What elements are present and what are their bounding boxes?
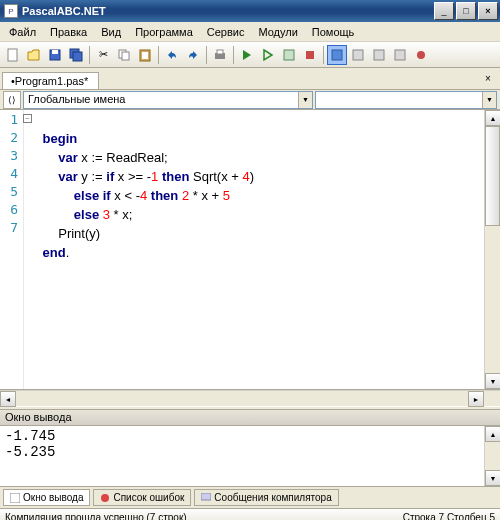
scroll-down-button[interactable]: ▼ xyxy=(485,470,500,486)
scroll-up-button[interactable]: ▲ xyxy=(485,110,500,126)
compile-button[interactable] xyxy=(279,45,299,65)
num-literal: 5 xyxy=(223,188,230,203)
minimize-button[interactable]: _ xyxy=(434,2,454,20)
kw-begin: begin xyxy=(43,131,78,146)
kw-end: end xyxy=(43,245,66,260)
svg-rect-18 xyxy=(10,493,20,503)
toolbar-separator xyxy=(158,46,159,64)
member-dropdown-icon[interactable]: ▼ xyxy=(482,92,496,108)
num-literal: 4 xyxy=(243,169,250,184)
vertical-scrollbar[interactable]: ▲ ▼ xyxy=(484,110,500,389)
scope-icon-button[interactable]: ⟨⟩ xyxy=(3,91,21,109)
step-over-button[interactable] xyxy=(348,45,368,65)
scope-label: Глобальные имена xyxy=(24,92,298,108)
new-file-button[interactable] xyxy=(3,45,23,65)
toolbar-separator xyxy=(89,46,90,64)
tab-messages[interactable]: Сообщения компилятора xyxy=(194,489,338,506)
tab-output[interactable]: Окно вывода xyxy=(3,489,90,506)
scroll-left-button[interactable]: ◄ xyxy=(0,391,16,407)
code-text: x >= - xyxy=(114,169,151,184)
document-tab-bar: •Program1.pas* × xyxy=(0,68,500,90)
app-icon: P xyxy=(4,4,18,18)
toolbar-separator xyxy=(233,46,234,64)
menu-file[interactable]: Файл xyxy=(2,24,43,40)
scroll-thumb[interactable] xyxy=(485,126,500,226)
code-text: . xyxy=(66,245,70,260)
menu-modules[interactable]: Модули xyxy=(251,24,304,40)
fold-toggle[interactable]: − xyxy=(23,114,32,123)
redo-button[interactable] xyxy=(183,45,203,65)
menu-view[interactable]: Вид xyxy=(94,24,128,40)
output-icon xyxy=(10,493,20,503)
line-number: 3 xyxy=(0,148,23,166)
menu-edit[interactable]: Правка xyxy=(43,24,94,40)
svg-rect-12 xyxy=(306,51,314,59)
breakpoint-button[interactable] xyxy=(411,45,431,65)
paste-button[interactable] xyxy=(135,45,155,65)
scope-select[interactable]: Глобальные имена ▼ xyxy=(23,91,313,109)
output-vertical-scrollbar[interactable]: ▲ ▼ xyxy=(484,426,500,486)
svg-rect-11 xyxy=(284,50,294,60)
maximize-button[interactable]: □ xyxy=(456,2,476,20)
save-button[interactable] xyxy=(45,45,65,65)
close-button[interactable]: × xyxy=(478,2,498,20)
copy-button[interactable] xyxy=(114,45,134,65)
step-into-button[interactable] xyxy=(327,45,347,65)
window-buttons: _ □ × xyxy=(434,2,498,20)
print-button[interactable] xyxy=(210,45,230,65)
svg-rect-15 xyxy=(374,50,384,60)
error-icon xyxy=(100,493,110,503)
scroll-up-button[interactable]: ▲ xyxy=(485,426,500,442)
run-button[interactable] xyxy=(237,45,257,65)
svg-rect-0 xyxy=(8,49,17,61)
status-message: Компиляция прошла успешно (7 строк) xyxy=(5,512,403,520)
svg-point-19 xyxy=(101,494,109,502)
tab-program1[interactable]: •Program1.pas* xyxy=(2,72,99,89)
undo-button[interactable] xyxy=(162,45,182,65)
scroll-track[interactable] xyxy=(485,126,500,373)
run-to-cursor-button[interactable] xyxy=(390,45,410,65)
toolbar-separator xyxy=(206,46,207,64)
cut-button[interactable]: ✂ xyxy=(93,45,113,65)
svg-rect-2 xyxy=(52,50,58,54)
status-bar: Компиляция прошла успешно (7 строк) Стро… xyxy=(0,508,500,520)
kw-if: if xyxy=(103,188,111,203)
menu-service[interactable]: Сервис xyxy=(200,24,252,40)
toolbar-separator xyxy=(323,46,324,64)
member-select[interactable]: ▼ xyxy=(315,91,497,109)
svg-rect-4 xyxy=(73,52,82,61)
save-all-button[interactable] xyxy=(66,45,86,65)
tab-errors[interactable]: Список ошибок xyxy=(93,489,191,506)
menu-program[interactable]: Программа xyxy=(128,24,200,40)
code-area[interactable]: − begin var x := ReadReal; var y := if x… xyxy=(24,110,484,389)
horizontal-scrollbar[interactable]: ◄ ► xyxy=(0,390,500,406)
kw-var: var xyxy=(58,169,78,184)
output-text[interactable]: -1.745 -5.235 xyxy=(0,426,484,486)
svg-rect-13 xyxy=(332,50,342,60)
scroll-down-button[interactable]: ▼ xyxy=(485,373,500,389)
line-number: 7 xyxy=(0,220,23,238)
close-tab-button[interactable]: × xyxy=(480,70,496,86)
kw-var: var xyxy=(58,150,78,165)
title-bar: P PascalABC.NET _ □ × xyxy=(0,0,500,22)
scrollbar-corner xyxy=(484,391,500,406)
code-text: Print(y) xyxy=(58,226,100,241)
open-file-button[interactable] xyxy=(24,45,44,65)
output-panel: -1.745 -5.235 ▲ ▼ xyxy=(0,426,500,486)
code-text: Sqrt(x + xyxy=(189,169,242,184)
scroll-track[interactable] xyxy=(485,442,500,470)
svg-rect-14 xyxy=(353,50,363,60)
code-editor: 1 2 3 4 5 6 7 − begin var x := ReadReal;… xyxy=(0,110,500,390)
step-out-button[interactable] xyxy=(369,45,389,65)
scroll-track[interactable] xyxy=(16,391,468,406)
code-text: y := xyxy=(78,169,107,184)
line-number: 5 xyxy=(0,184,23,202)
menu-help[interactable]: Помощь xyxy=(305,24,362,40)
run-noargs-button[interactable] xyxy=(258,45,278,65)
code-text: ) xyxy=(250,169,254,184)
scroll-right-button[interactable]: ► xyxy=(468,391,484,407)
tab-label: Окно вывода xyxy=(23,492,83,503)
scope-dropdown-icon[interactable]: ▼ xyxy=(298,92,312,108)
stop-button[interactable] xyxy=(300,45,320,65)
svg-point-17 xyxy=(417,51,425,59)
